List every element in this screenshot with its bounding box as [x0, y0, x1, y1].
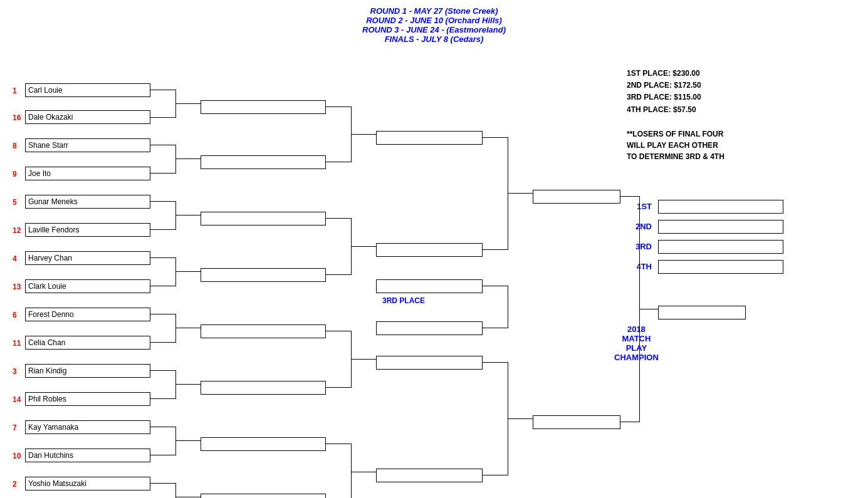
r3-box-4 [376, 469, 483, 482]
place-input-third[interactable] [658, 240, 783, 254]
player-shane-starr: Shane Starr [25, 138, 150, 152]
losers-note: **LOSERS OF FINAL FOURWILL PLAY EACH OTH… [627, 128, 783, 162]
player-dan-hutchins: Dan Hutchins [25, 449, 150, 462]
place-input-second[interactable] [658, 220, 783, 234]
place-row-second: 2ND [627, 220, 783, 234]
seed-1: 1 [13, 86, 17, 95]
prize-fourth: 4TH PLACE: $57.50 [627, 104, 783, 116]
seed-7: 7 [13, 423, 17, 432]
player-carl-louie: Carl Louie [25, 83, 150, 97]
seed-6: 6 [13, 311, 17, 319]
player-laville-fendors: Laville Fendors [25, 223, 150, 237]
r2-box-6 [201, 381, 326, 395]
player-dale-okazaki: Dale Okazaki [25, 110, 150, 124]
sf-box-2 [533, 415, 620, 429]
third-place-label: 3RD PLACE [382, 296, 425, 305]
third-box-1 [376, 279, 483, 293]
player-kay-yamanaka: Kay Yamanaka [25, 420, 150, 434]
place-results: 1ST 2ND 3RD 4TH [627, 200, 783, 280]
r3-box-2 [376, 243, 483, 257]
r2-box-5 [201, 324, 326, 338]
player-phil-robles: Phil Robles [25, 392, 150, 406]
player-gunar-meneks: Gunar Meneks [25, 195, 150, 209]
player-rian-kindig: Rian Kindig [25, 364, 150, 378]
seed-13: 13 [13, 283, 21, 291]
r2-box-7 [201, 437, 326, 451]
seed-14: 14 [13, 395, 21, 404]
page: ROUND 1 - MAY 27 (Stone Creek) ROUND 2 -… [0, 0, 868, 498]
third-box-2 [376, 321, 483, 335]
r2-box-1 [201, 100, 326, 114]
info-panel: 1ST PLACE: $230.00 2ND PLACE: $172.50 3R… [627, 68, 783, 280]
place-row-third: 3RD [627, 240, 783, 254]
header: ROUND 1 - MAY 27 (Stone Creek) ROUND 2 -… [13, 6, 855, 44]
champion-label: 2018 MATCH PLAYCHAMPION [614, 324, 659, 362]
prize-first: 1ST PLACE: $230.00 [627, 68, 783, 80]
seed-16: 16 [13, 113, 21, 122]
seed-8: 8 [13, 142, 17, 150]
main-content: 1 Carl Louie 16 Dale Okazaki 8 Shane Sta… [13, 49, 855, 498]
player-joe-ito: Joe Ito [25, 167, 150, 180]
seed-2: 2 [13, 480, 17, 489]
r2-box-2 [201, 155, 326, 169]
r2-box-4 [201, 268, 326, 282]
seed-11: 11 [13, 339, 21, 348]
seed-12: 12 [13, 226, 21, 235]
place-row-first: 1ST [627, 200, 783, 214]
player-forest-denno: Forest Denno [25, 308, 150, 321]
seed-5: 5 [13, 198, 17, 207]
r3-box-3 [376, 356, 483, 370]
place-input-fourth[interactable] [658, 260, 783, 274]
place-row-fourth: 4TH [627, 260, 783, 274]
seed-9: 9 [13, 170, 17, 179]
round1-header: ROUND 1 - MAY 27 (Stone Creek) [13, 6, 855, 16]
r3-box-1 [376, 131, 483, 145]
finals-header: FINALS - JULY 8 (Cedars) [13, 34, 855, 44]
bracket: 1 Carl Louie 16 Dale Okazaki 8 Shane Sta… [13, 49, 608, 498]
player-harvey-chan: Harvey Chan [25, 251, 150, 265]
seed-3: 3 [13, 367, 17, 376]
prizes-section: 1ST PLACE: $230.00 2ND PLACE: $172.50 3R… [627, 68, 783, 116]
r2-box-8 [201, 494, 326, 498]
prize-third: 3RD PLACE: $115.00 [627, 91, 783, 103]
champion-box [658, 306, 746, 319]
player-celia-chan: Celia Chan [25, 336, 150, 350]
seed-10: 10 [13, 452, 21, 460]
round3-header: ROUND 3 - JUNE 24 - (Eastmoreland) [13, 25, 855, 34]
prize-second: 2ND PLACE: $172.50 [627, 80, 783, 91]
seed-4: 4 [13, 254, 17, 263]
player-yoshio-matsuzaki: Yoshio Matsuzaki [25, 477, 150, 490]
sf-box-1 [533, 190, 620, 204]
round2-header: ROUND 2 - JUNE 10 (Orchard Hills) [13, 16, 855, 25]
r2-box-3 [201, 212, 326, 226]
place-input-first[interactable] [658, 200, 783, 214]
player-clark-louie: Clark Louie [25, 279, 150, 293]
